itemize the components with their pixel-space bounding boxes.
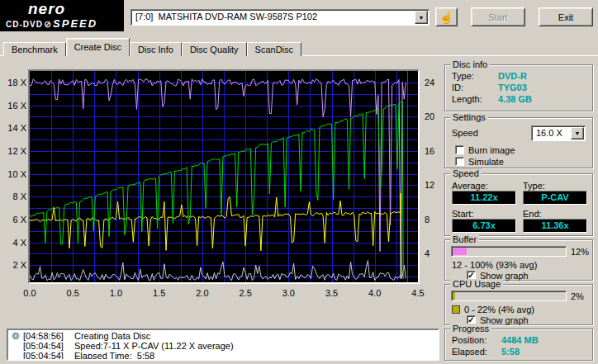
simulate-checkbox[interactable]: Simulate (455, 156, 504, 167)
simulate-checkbox-label: Simulate (468, 157, 504, 167)
drive-select-value: [7:0] MATSHITA DVD-RAM SW-9587S P102 (135, 12, 317, 21)
speed-group-title: Speed (450, 168, 482, 178)
tab-create-disc[interactable]: Create Disc (66, 38, 130, 56)
y-axis-left-tick: 10 X (7, 169, 26, 179)
y-axis-left-tick: 4 X (7, 238, 26, 248)
speed-setting-label: Speed (452, 128, 478, 138)
tab-disc-info[interactable]: Disc Info (130, 42, 182, 56)
y-axis-right-tick: 16 (425, 146, 434, 156)
y-axis-right-tick: 12 (425, 180, 434, 190)
x-axis-tick: 1.0 (103, 288, 128, 298)
x-axis-tick: 0.5 (60, 288, 85, 298)
y-axis-left-tick: 16 X (7, 101, 26, 111)
cpu-bar-fill (453, 292, 455, 300)
speed-select-value: 16.0 X (536, 128, 562, 138)
nero-brand-text: nero (28, 0, 65, 18)
average-speed-label: Average: (452, 181, 488, 191)
end-speed-label: End: (523, 209, 542, 219)
log-line: [04:58:56]Creating Data Disc (10, 331, 436, 341)
disc-info-title: Disc info (450, 59, 490, 69)
simulate-checkbox-box[interactable] (455, 157, 464, 166)
x-axis-tick: 1.5 (147, 288, 172, 298)
buffer-bar (451, 246, 567, 257)
log-text: Elapsed Time: 5:58 (74, 351, 154, 361)
logo-cd-dvd-text: CD-DVD (6, 20, 43, 29)
hand-button[interactable]: ☝ (435, 7, 458, 26)
cpu-legend-swatch (452, 305, 460, 314)
tab-benchmark[interactable]: Benchmark (3, 42, 66, 56)
logo-speed-text: SPEED (53, 17, 97, 30)
end-speed-value: 11.36x (523, 219, 587, 233)
log-line: [05:04:54]Speed:7-11 X P-CAV (11.22 X av… (10, 341, 436, 351)
cpu-percent-label: 2% (571, 291, 584, 301)
burn-image-checkbox-label: Burn image (468, 145, 515, 155)
x-axis-tick: 4.0 (363, 288, 387, 298)
y-axis-left-tick: 18 X (7, 78, 26, 87)
buffer-bar-fill (453, 248, 467, 255)
chart-plot-canvas (30, 71, 418, 282)
log-time: [04:58:56] (23, 331, 74, 341)
cpu-bar (451, 291, 567, 301)
settings-title: Settings (450, 112, 488, 122)
log-time: [05:04:54] (23, 351, 74, 361)
nero-logo: nero CD-DVD⊘SPEED (0, 0, 124, 31)
cpu-usage-group: CPU Usage 2% 0 - 22% (4% avg) ✓ Show gra… (444, 284, 593, 325)
status-log: [04:58:56]Creating Data Disc[05:04:54]Sp… (7, 329, 439, 361)
elapsed-value: 5:58 (501, 347, 520, 357)
average-speed-value: 11.22x (452, 191, 516, 205)
disc-type-value: DVD-R (498, 71, 527, 81)
position-label: Position: (452, 335, 486, 345)
log-text: Speed:7-11 X P-CAV (11.22 X average) (74, 341, 234, 351)
y-axis-right-tick: 20 (425, 111, 434, 121)
start-button[interactable]: Start (471, 7, 525, 26)
drive-select[interactable]: [7:0] MATSHITA DVD-RAM SW-9587S P102 ▼ (131, 9, 430, 26)
y-axis-left-tick: 6 X (7, 215, 26, 225)
write-speed-chart: 2 X4 X6 X8 X10 X12 X14 X16 X18 X48121620… (7, 61, 441, 302)
nero-product-text: CD-DVD⊘SPEED (6, 17, 97, 30)
chevron-down-icon[interactable]: ▼ (415, 11, 428, 24)
start-speed-label: Start: (452, 209, 473, 219)
write-type-label: Type: (523, 181, 545, 191)
disc-icon (12, 332, 20, 340)
tab-disc-quality[interactable]: Disc Quality (182, 42, 247, 56)
disc-length-value: 4.38 GB (498, 94, 532, 104)
buffer-percent-label: 12% (571, 247, 589, 257)
progress-group: Progress Position: 4484 MB Elapsed: 5:58 (444, 329, 593, 361)
buffer-range-text: 12 - 100% (93% avg) (452, 260, 537, 270)
elapsed-label: Elapsed: (452, 347, 487, 357)
buffer-title: Buffer (450, 234, 479, 244)
x-axis-tick: 3.5 (320, 288, 344, 298)
position-value: 4484 MB (501, 335, 539, 345)
chart-plot-frame (28, 69, 420, 284)
exit-button[interactable]: Exit (539, 7, 593, 26)
speed-select[interactable]: 16.0 X ▼ (531, 125, 586, 141)
disc-id-value: TYG03 (498, 83, 527, 92)
y-axis-right-tick: 4 (425, 248, 430, 258)
y-axis-left-tick: 2 X (7, 260, 26, 270)
disc-length-label: Length: (452, 94, 482, 104)
y-axis-left-tick: 8 X (7, 191, 26, 201)
buffer-group: Buffer 12% 12 - 100% (93% avg) ✓ Show gr… (444, 239, 593, 281)
hand-icon: ☝ (439, 12, 453, 23)
x-axis-tick: 4.5 (406, 288, 430, 298)
x-axis-tick: 3.0 (276, 288, 301, 298)
tab-bar: BenchmarkCreate DiscDisc InfoDisc Qualit… (3, 38, 301, 56)
log-text: Creating Data Disc (74, 331, 150, 341)
settings-group: Settings Speed 16.0 X ▼ Burn image Simul… (444, 117, 593, 168)
x-axis-tick: 0.0 (17, 288, 42, 298)
burn-image-checkbox[interactable]: Burn image (455, 144, 515, 155)
cpu-usage-title: CPU Usage (450, 279, 503, 289)
disc-type-label: Type: (452, 71, 474, 81)
y-axis-right-tick: 8 (425, 215, 430, 225)
burn-image-checkbox-box[interactable] (455, 145, 464, 154)
log-time: [05:04:54] (23, 341, 74, 351)
x-axis-tick: 2.5 (233, 288, 258, 298)
cpu-range-text: 0 - 22% (4% avg) (464, 305, 534, 314)
chevron-down-icon[interactable]: ▼ (571, 127, 584, 139)
y-axis-left-tick: 14 X (7, 123, 26, 133)
logo-disc-icon: ⊘ (44, 19, 52, 30)
disc-id-label: ID: (452, 83, 463, 92)
tab-scandisc[interactable]: ScanDisc (247, 42, 301, 56)
disc-info-group: Disc info Type: DVD-R ID: TYG03 Length: … (444, 64, 593, 111)
progress-title: Progress (450, 324, 491, 333)
